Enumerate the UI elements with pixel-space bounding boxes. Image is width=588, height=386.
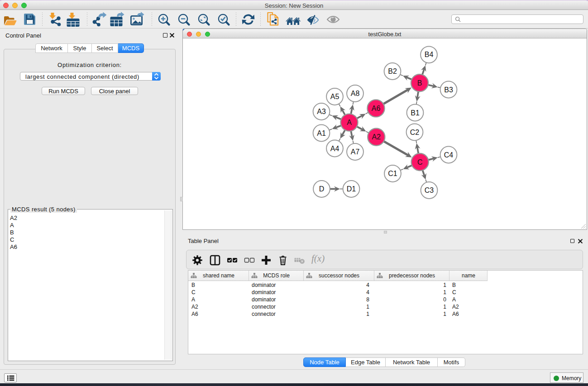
svg-text:A6: A6	[372, 105, 381, 112]
svg-text:A1: A1	[317, 129, 326, 137]
svg-text:C2: C2	[410, 129, 420, 136]
svg-text:C4: C4	[444, 151, 454, 159]
svg-text:A2: A2	[372, 133, 381, 141]
svg-text:B1: B1	[411, 109, 420, 117]
svg-text:A5: A5	[330, 93, 339, 100]
svg-text:D1: D1	[347, 185, 356, 193]
svg-text:B4: B4	[425, 51, 434, 58]
svg-text:C3: C3	[425, 186, 434, 194]
svg-text:A3: A3	[317, 108, 326, 115]
svg-text:B3: B3	[444, 86, 453, 94]
svg-text:A: A	[347, 119, 352, 126]
svg-text:A4: A4	[330, 145, 339, 152]
svg-text:A8: A8	[351, 90, 360, 97]
svg-text:C: C	[417, 158, 423, 166]
svg-text:B2: B2	[388, 67, 397, 75]
svg-text:C1: C1	[388, 170, 397, 177]
svg-text:D: D	[319, 185, 325, 193]
svg-text:B: B	[417, 79, 422, 87]
svg-text:A7: A7	[351, 148, 360, 156]
